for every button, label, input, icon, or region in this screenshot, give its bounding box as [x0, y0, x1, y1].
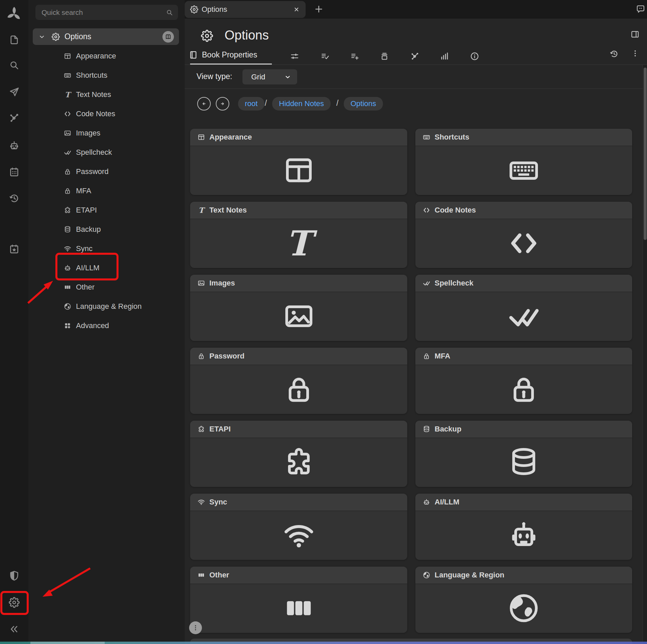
- database-icon: [64, 226, 71, 233]
- arrow-left-icon: [200, 100, 208, 107]
- tab-options[interactable]: Options: [185, 1, 306, 18]
- ellipsis-icon: [198, 571, 205, 579]
- option-card[interactable]: Sync: [190, 494, 407, 560]
- trilium-window: Quick search Options Appearance Shortcut…: [0, 0, 647, 644]
- robot-icon: [423, 498, 430, 506]
- option-card[interactable]: Other: [190, 567, 407, 633]
- open-book-button[interactable]: [162, 31, 174, 43]
- back-button[interactable]: [197, 97, 211, 110]
- tree-item[interactable]: AI/LLM: [28, 258, 185, 277]
- forward-button[interactable]: [216, 97, 229, 110]
- tab-book-properties[interactable]: Book Properties: [189, 50, 257, 59]
- tree-item[interactable]: ETAPI: [28, 200, 185, 220]
- option-card[interactable]: Spellcheck: [415, 275, 632, 341]
- calendar-icon[interactable]: [9, 167, 20, 177]
- search-input[interactable]: Quick search: [35, 5, 178, 20]
- kebab-icon[interactable]: [631, 49, 639, 57]
- new-note-icon[interactable]: [9, 34, 20, 45]
- tree-item[interactable]: Language & Region: [28, 297, 185, 316]
- close-icon[interactable]: [293, 6, 300, 13]
- card-title: Language & Region: [435, 571, 504, 579]
- chevron-down-icon[interactable]: [38, 33, 45, 40]
- tree-item[interactable]: MFA: [28, 181, 185, 200]
- option-card[interactable]: AI/LLM: [415, 494, 632, 560]
- card-title: ETAPI: [209, 425, 231, 434]
- sidebar-more-button[interactable]: [189, 621, 202, 634]
- list-check-icon[interactable]: [320, 52, 330, 61]
- shield-icon[interactable]: [9, 570, 20, 581]
- tab-bar: Options: [185, 0, 647, 19]
- tree-item-label: Shortcuts: [76, 71, 107, 80]
- card-title: Shortcuts: [435, 133, 469, 142]
- new-tab-button[interactable]: [314, 4, 324, 14]
- tree-item-label: ETAPI: [76, 206, 97, 215]
- search-icon[interactable]: [9, 60, 20, 71]
- tree-item[interactable]: Appearance: [28, 46, 185, 66]
- layout-icon: [64, 52, 71, 60]
- breadcrumb-hidden-notes[interactable]: Hidden Notes: [272, 97, 331, 110]
- share-icon[interactable]: [410, 52, 419, 61]
- code-icon: [508, 227, 540, 259]
- scrollbar-thumb[interactable]: [644, 68, 647, 240]
- option-card[interactable]: MFA: [415, 348, 632, 414]
- option-card[interactable]: Appearance: [190, 129, 407, 195]
- layout-icon: [198, 133, 205, 141]
- trilium-logo-icon[interactable]: [6, 5, 23, 22]
- card-title: Sync: [209, 498, 227, 506]
- chevrons-left-icon[interactable]: [9, 624, 20, 635]
- tree-item[interactable]: Images: [28, 123, 185, 143]
- tree-item[interactable]: Other: [28, 277, 185, 297]
- bar-chart-icon[interactable]: [440, 52, 449, 61]
- option-card[interactable]: Shortcuts: [415, 129, 632, 195]
- globe-icon: [508, 592, 540, 624]
- tree-item[interactable]: Sync: [28, 239, 185, 258]
- search-icon: [166, 9, 173, 16]
- tree-item[interactable]: Shortcuts: [28, 66, 185, 85]
- option-card[interactable]: ETAPI: [190, 421, 407, 487]
- archive-icon[interactable]: [380, 52, 389, 61]
- split-pane-icon[interactable]: [630, 30, 640, 39]
- breadcrumb-options[interactable]: Options: [344, 97, 383, 110]
- share-icon[interactable]: [9, 113, 20, 123]
- history-icon[interactable]: [9, 193, 20, 204]
- card-title: Code Notes: [435, 206, 476, 215]
- option-card[interactable]: Code Notes: [415, 202, 632, 268]
- gear-icon[interactable]: [9, 597, 20, 608]
- tree-item-label: AI/LLM: [76, 264, 100, 272]
- card-title: Spellcheck: [435, 279, 473, 288]
- tree-items: Appearance Shortcuts T Text Notes Code N…: [28, 46, 185, 335]
- tree-item[interactable]: Backup: [28, 220, 185, 239]
- card-title: Appearance: [209, 133, 252, 142]
- view-type-value: Grid: [251, 73, 284, 81]
- view-type-select[interactable]: Grid: [242, 69, 297, 84]
- history-icon[interactable]: [610, 49, 619, 58]
- sliders-icon[interactable]: [290, 52, 299, 61]
- option-card[interactable]: Backup: [415, 421, 632, 487]
- arrow-right-icon: [219, 100, 226, 107]
- calendar-star-icon[interactable]: [9, 244, 20, 254]
- tree-item[interactable]: Spellcheck: [28, 143, 185, 162]
- breadcrumb-root[interactable]: root: [238, 97, 264, 110]
- list-plus-icon[interactable]: [350, 52, 359, 61]
- option-card[interactable]: Language & Region: [415, 567, 632, 633]
- tree-item-label: Appearance: [76, 52, 116, 60]
- send-icon[interactable]: [9, 86, 20, 97]
- lock-icon: [64, 168, 71, 175]
- card-title: AI/LLM: [435, 498, 459, 506]
- tree-item[interactable]: Advanced: [28, 316, 185, 335]
- tree-item[interactable]: Password: [28, 162, 185, 181]
- open-book-icon: [164, 33, 172, 41]
- option-card[interactable]: Images: [190, 275, 407, 341]
- tree-item[interactable]: Code Notes: [28, 104, 185, 123]
- tree-item[interactable]: T Text Notes: [28, 85, 185, 104]
- option-card[interactable]: T Text Notes T: [190, 202, 407, 268]
- robot-icon[interactable]: [9, 140, 20, 151]
- tree-root-options[interactable]: Options: [33, 28, 179, 45]
- vertical-scrollbar[interactable]: [643, 65, 647, 644]
- chat-icon[interactable]: [636, 4, 645, 14]
- spellcheck-icon: [508, 300, 540, 332]
- option-card[interactable]: Password: [190, 348, 407, 414]
- tree-item-label: Sync: [76, 244, 93, 253]
- info-icon[interactable]: [470, 52, 479, 61]
- tree-item-label: Backup: [76, 225, 101, 234]
